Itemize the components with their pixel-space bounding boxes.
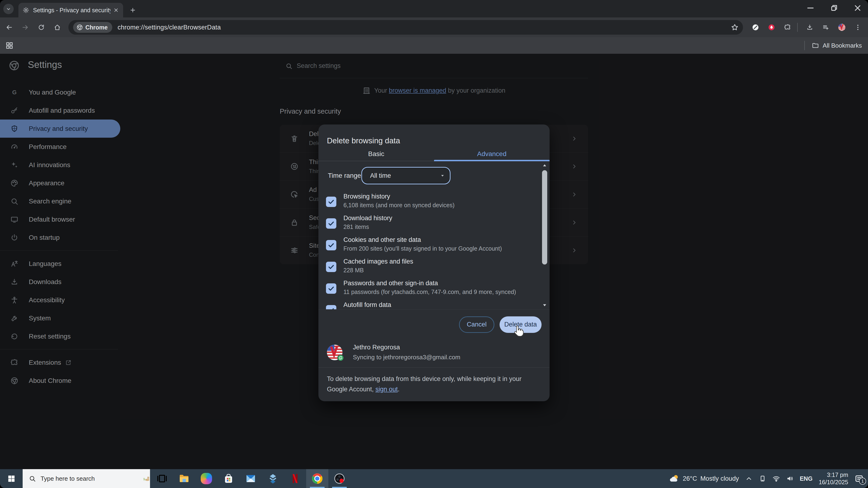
extension-button[interactable] [749, 21, 762, 34]
star-icon[interactable] [731, 23, 739, 31]
account-sync-status: Syncing to jethroregorosa3@gmail.com [353, 354, 460, 361]
checkbox[interactable] [326, 283, 336, 294]
dialog-footer: To delete browsing data from this device… [318, 367, 550, 401]
toolbar-button[interactable] [51, 21, 64, 34]
checkbox[interactable] [326, 240, 336, 250]
system-tray: 26°C Mostly cloudy ENG 3:17 pm 16/10/202… [669, 469, 868, 488]
notification-center[interactable]: 1 [854, 474, 864, 483]
checklist-item[interactable]: Download history 281 items [318, 213, 550, 234]
reading-list-icon [822, 24, 829, 31]
time-range-select[interactable]: All time [361, 167, 451, 184]
taskbar-app[interactable] [240, 469, 262, 488]
account-section: Jethro Regorosa Syncing to jethroregoros… [318, 339, 550, 367]
ms-store-icon [223, 473, 234, 484]
checkbox[interactable] [326, 197, 336, 207]
mail-app-icon [245, 473, 256, 484]
settings-page: Settings G You and Google Autofill and p… [0, 54, 868, 469]
scrollbar-thumb[interactable] [542, 170, 547, 264]
taskbar-search[interactable]: Type here to search [23, 469, 150, 488]
windows-icon [7, 475, 16, 483]
tab-search-button[interactable] [3, 4, 14, 14]
checklist-item[interactable]: Passwords and other sign-in data 11 pass… [318, 278, 550, 299]
check-icon [328, 285, 335, 292]
reload-icon [38, 24, 45, 31]
account-avatar [327, 345, 342, 360]
cancel-button[interactable]: Cancel [459, 316, 494, 333]
minimize-icon[interactable] [804, 2, 816, 14]
chevron-up-icon[interactable] [745, 475, 753, 482]
site-chip-label: Chrome [85, 24, 107, 31]
url-text[interactable]: chrome://settings/clearBrowserData [118, 24, 221, 31]
cat-icon [143, 475, 150, 482]
dialog-tab[interactable]: Advanced [434, 147, 550, 161]
time-range-value: All time [370, 172, 391, 180]
browser-tab[interactable]: Settings - Privacy and security [19, 3, 123, 18]
checkbox[interactable] [326, 262, 336, 272]
temperature: 26°C [683, 475, 697, 482]
up-tri-icon[interactable] [542, 163, 548, 168]
weather-widget[interactable]: 26°C Mostly cloudy [669, 474, 739, 484]
weather-condition: Mostly cloudy [700, 475, 739, 482]
clock[interactable]: 3:17 pm 16/10/2025 [819, 471, 848, 486]
checklist-item-label: Cached images and files [343, 258, 413, 265]
close-icon[interactable] [113, 7, 119, 13]
device-icon[interactable] [759, 475, 766, 482]
extension-button[interactable] [781, 21, 795, 34]
extension-button[interactable] [765, 21, 778, 34]
clock-date: 16/10/2025 [819, 479, 848, 486]
check-icon [328, 242, 335, 249]
browser-toolbar: Chrome chrome://settings/clearBrowserDat… [0, 18, 868, 37]
restore-icon[interactable] [828, 2, 840, 14]
taskbar-app[interactable] [284, 469, 306, 488]
home-icon [54, 24, 61, 31]
task-view-icon [156, 473, 168, 484]
taskbar-app[interactable] [173, 469, 195, 488]
taskbar-app[interactable] [262, 469, 284, 488]
taskbar-app[interactable] [151, 469, 173, 488]
checklist-item-sublabel: 228 MB [343, 267, 364, 274]
checklist-item[interactable]: Cookies and other site data From 200 sit… [318, 234, 550, 256]
delete-browsing-data-dialog: Delete browsing data BasicAdvanced Time … [318, 125, 550, 401]
arrow-left-icon [6, 24, 13, 31]
chrome-color-icon [312, 473, 323, 484]
clock-time: 3:17 pm [819, 471, 848, 479]
toolbar-action-button[interactable] [803, 21, 816, 34]
taskbar-app[interactable] [328, 469, 350, 488]
toolbar-button[interactable] [2, 21, 16, 34]
toolbar-action-button[interactable] [851, 21, 865, 34]
taskbar-app[interactable] [306, 469, 328, 488]
circle-slash-icon [752, 24, 759, 31]
close-icon[interactable] [851, 2, 864, 14]
all-bookmarks-button[interactable]: All Bookmarks [823, 42, 862, 49]
dialog-scroll-area: Time range All time Browsing history 6,1… [318, 161, 550, 309]
screen: Settings - Privacy and security Chrome c… [0, 0, 868, 488]
dialog-tab[interactable]: Basic [318, 147, 434, 161]
folder-outline-icon [812, 42, 819, 49]
wifi-icon[interactable] [772, 475, 780, 482]
toolbar-button[interactable] [34, 21, 48, 34]
checkbox[interactable] [326, 218, 336, 229]
sun-cloud-icon [669, 474, 680, 484]
toolbar-action-button[interactable] [835, 21, 849, 34]
site-chip[interactable]: Chrome [73, 22, 112, 33]
sign-out-link[interactable]: sign out [375, 386, 398, 393]
speaker-icon[interactable] [786, 475, 794, 482]
plus-icon[interactable] [128, 5, 138, 15]
down-tri-icon[interactable] [542, 302, 548, 308]
start-button[interactable] [4, 469, 19, 488]
taskbar-app[interactable] [195, 469, 217, 488]
toolbar-action-button[interactable] [819, 21, 833, 34]
toolbar-button[interactable] [19, 21, 32, 34]
checklist-item[interactable]: Cached images and files 228 MB [318, 256, 550, 278]
chevron-down-icon [5, 6, 11, 12]
checkbox[interactable] [326, 305, 336, 309]
checklist-item[interactable]: Browsing history 6,108 items (and more o… [318, 191, 550, 213]
grid-2x2-icon[interactable] [5, 41, 14, 50]
address-bar[interactable]: Chrome chrome://settings/clearBrowserDat… [68, 20, 743, 35]
taskbar-app[interactable] [217, 469, 240, 488]
checklist-item-sublabel: 281 items [343, 224, 369, 230]
checklist-item[interactable]: Autofill form data [318, 299, 550, 309]
dialog-scrollbar[interactable] [541, 163, 548, 308]
account-name: Jethro Regorosa [353, 344, 400, 351]
language-indicator[interactable]: ENG [800, 475, 813, 482]
